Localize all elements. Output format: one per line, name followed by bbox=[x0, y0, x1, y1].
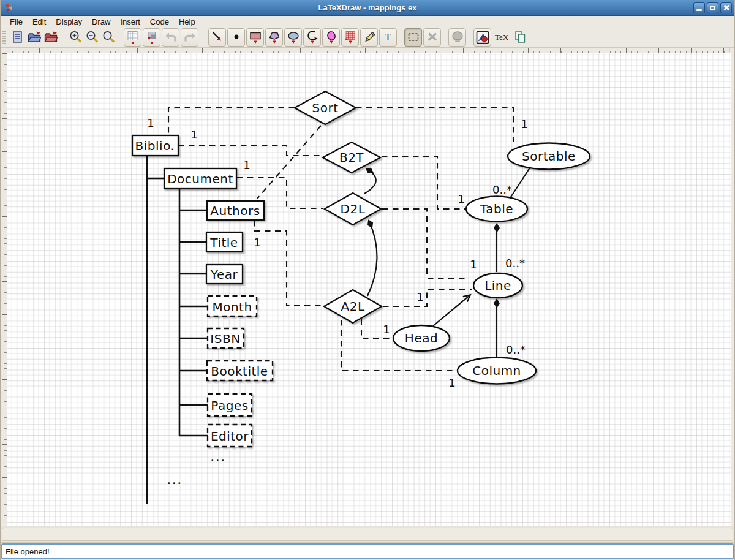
gray-blob-icon bbox=[450, 30, 465, 45]
menu-draw[interactable]: Draw bbox=[88, 17, 115, 27]
label-sort-biblio[interactable]: 1 bbox=[147, 116, 154, 129]
label-biblio-b2t[interactable]: 1 bbox=[190, 128, 197, 141]
label-sort-sortable[interactable]: 1 bbox=[521, 118, 527, 131]
maximize-icon bbox=[710, 6, 715, 10]
node-year[interactable]: Year bbox=[206, 265, 243, 284]
close-icon bbox=[723, 4, 729, 11]
menu-display[interactable]: Display bbox=[51, 17, 86, 27]
label-line-column-many[interactable]: 0..* bbox=[506, 343, 526, 356]
svg-text:Document: Document bbox=[167, 172, 233, 186]
svg-text:Line: Line bbox=[484, 278, 511, 293]
svg-text:Title: Title bbox=[209, 235, 238, 250]
open-file-button[interactable] bbox=[26, 29, 42, 46]
status-message-field: File opened! bbox=[1, 543, 734, 559]
menu-help[interactable]: Help bbox=[175, 17, 200, 27]
freehand-tool-button[interactable] bbox=[322, 28, 340, 47]
ellipse-tool-button[interactable] bbox=[284, 28, 302, 47]
svg-text:Table: Table bbox=[480, 202, 513, 216]
close-button[interactable] bbox=[720, 2, 732, 13]
delete-button[interactable] bbox=[423, 28, 441, 47]
node-title[interactable]: Title bbox=[206, 232, 243, 252]
label-table-line-one[interactable]: 1 bbox=[470, 258, 477, 271]
label-authors-a2l[interactable]: 1 bbox=[254, 236, 260, 249]
status-message: File opened! bbox=[6, 547, 50, 556]
diagram: Biblio. Document Authors Title bbox=[7, 53, 731, 526]
selection-rectangle-icon bbox=[406, 30, 421, 45]
label-a2l-line[interactable]: 1 bbox=[417, 290, 423, 303]
node-biblio[interactable]: Biblio. bbox=[132, 135, 178, 156]
node-column[interactable]: Column bbox=[458, 358, 536, 384]
select-tool-button[interactable] bbox=[208, 28, 226, 47]
title-bar: LaTeXDraw - mappings ex bbox=[1, 0, 734, 16]
shape-properties-button[interactable] bbox=[448, 28, 466, 47]
arrow-pointer-icon bbox=[210, 30, 225, 45]
label-ellipsis-document[interactable]: ... bbox=[210, 448, 225, 464]
grid-background bbox=[7, 53, 731, 526]
node-editor[interactable]: Editor bbox=[208, 425, 252, 447]
node-month[interactable]: Month bbox=[208, 296, 257, 316]
svg-text:D2L: D2L bbox=[341, 202, 366, 216]
pencil-tool-button[interactable] bbox=[360, 28, 378, 47]
text-tool-button[interactable]: T bbox=[379, 28, 397, 47]
node-document[interactable]: Document bbox=[164, 168, 236, 189]
label-table-line-many[interactable]: 0..* bbox=[505, 257, 525, 270]
undo-button[interactable] bbox=[162, 28, 179, 47]
zoom-out-button[interactable] bbox=[84, 29, 100, 46]
zoom-in-button[interactable] bbox=[67, 29, 84, 46]
save-as-button[interactable] bbox=[42, 29, 59, 46]
magnetic-grid-button[interactable] bbox=[143, 28, 160, 47]
tex-label: TeX bbox=[495, 32, 508, 42]
label-b2t-table[interactable]: 1 bbox=[458, 192, 464, 205]
menu-bar: File Edit Display Draw Insert Code Help bbox=[1, 16, 734, 28]
svg-text:Biblio.: Biblio. bbox=[135, 138, 175, 153]
minimize-button[interactable] bbox=[693, 2, 705, 13]
svg-text:Head: Head bbox=[405, 331, 438, 346]
svg-text:Sortable: Sortable bbox=[522, 149, 576, 164]
polygon-icon bbox=[267, 30, 282, 45]
scrollbar-track[interactable] bbox=[2, 528, 733, 541]
maximize-button[interactable] bbox=[707, 2, 718, 13]
polygon-tool-button[interactable] bbox=[265, 28, 283, 47]
window-title: LaTeXDraw - mappings ex bbox=[1, 3, 734, 12]
label-ellipsis-biblio[interactable]: ... bbox=[167, 472, 182, 487]
svg-text:Column: Column bbox=[472, 363, 521, 378]
svg-text:Authors: Authors bbox=[210, 203, 260, 218]
grid-axes-tool-button[interactable] bbox=[341, 28, 359, 47]
label-document-d2l[interactable]: 1 bbox=[243, 159, 250, 172]
node-pages[interactable]: Pages bbox=[208, 394, 252, 416]
grid-settings-button[interactable] bbox=[124, 28, 141, 47]
toolbar-grip-handle[interactable] bbox=[2, 29, 6, 45]
blob-icon bbox=[324, 30, 339, 45]
node-authors[interactable]: Authors bbox=[207, 201, 264, 220]
menu-file[interactable]: File bbox=[6, 17, 27, 27]
red-grid-icon bbox=[343, 30, 358, 45]
rectangle-tool-button[interactable] bbox=[246, 28, 264, 47]
zoom-default-button[interactable] bbox=[100, 29, 117, 46]
label-a2l-head[interactable]: 1 bbox=[383, 323, 390, 336]
selection-rectangle-tool-button[interactable] bbox=[404, 28, 422, 47]
dot-icon bbox=[229, 30, 244, 45]
open-folder-icon bbox=[27, 30, 42, 45]
undo-icon bbox=[164, 30, 178, 45]
node-head[interactable]: Head bbox=[393, 325, 450, 351]
dot-tool-button[interactable] bbox=[227, 28, 245, 47]
menu-edit[interactable]: Edit bbox=[28, 17, 50, 27]
node-sortable[interactable]: Sortable bbox=[508, 143, 590, 170]
label-a2l-column[interactable]: 1 bbox=[448, 376, 455, 389]
copy-code-button[interactable] bbox=[512, 29, 529, 46]
new-drawing-button[interactable] bbox=[9, 29, 26, 46]
menu-insert[interactable]: Insert bbox=[116, 17, 145, 27]
node-line[interactable]: Line bbox=[473, 273, 522, 298]
latex-preview-button[interactable] bbox=[473, 28, 491, 47]
rectangle-icon bbox=[248, 30, 263, 45]
arc-tool-button[interactable] bbox=[303, 28, 321, 47]
node-table[interactable]: Table bbox=[466, 197, 527, 222]
horizontal-scrollbar[interactable] bbox=[1, 526, 734, 543]
node-booktitle[interactable]: Booktitle bbox=[207, 361, 273, 380]
menu-code[interactable]: Code bbox=[146, 17, 173, 27]
node-isbn[interactable]: ISBN bbox=[208, 328, 244, 348]
drawing-canvas[interactable]: Biblio. Document Authors Title bbox=[7, 53, 731, 526]
label-sortable-table-many[interactable]: 0..* bbox=[492, 183, 512, 196]
redo-button[interactable] bbox=[181, 28, 198, 47]
delete-x-icon bbox=[425, 30, 440, 45]
